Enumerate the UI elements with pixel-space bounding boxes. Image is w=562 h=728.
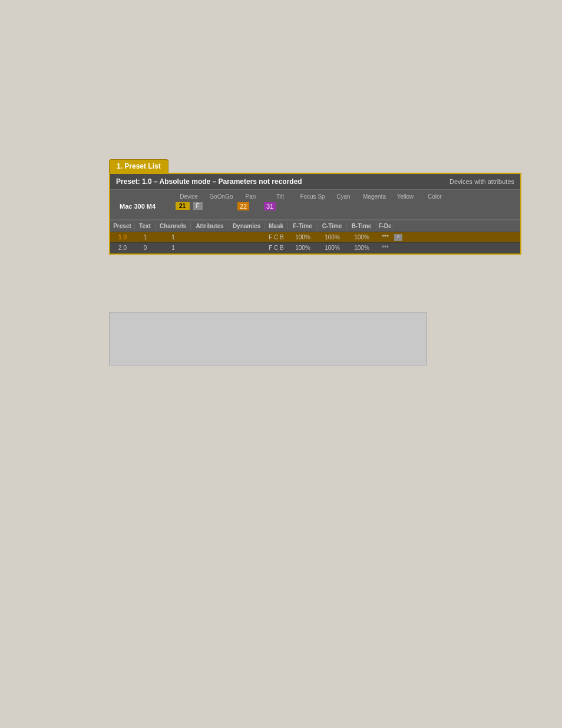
col-header-goongo: GoOnGo xyxy=(205,193,237,200)
td-btime-2: 100% xyxy=(347,244,376,252)
td-channels-1: 1 xyxy=(156,233,191,241)
td-dynamics-2 xyxy=(229,248,265,249)
col-header-pan: Pan xyxy=(237,193,264,200)
panel-header: Preset: 1.0 – Absolute mode – Parameters… xyxy=(110,174,520,190)
td-ctime-1: 100% xyxy=(318,233,347,241)
td-ftime-2: 100% xyxy=(288,244,318,252)
col-header-cyan: Cyan xyxy=(329,193,358,200)
td-ctime-2: 100% xyxy=(318,244,347,252)
panel-header-right: Devices with attributes xyxy=(449,178,514,185)
device-tilt-cell: 31 xyxy=(264,203,296,210)
pan-value: 22 xyxy=(237,202,249,210)
col-header-device: Device xyxy=(173,193,205,200)
th-preset: Preset xyxy=(110,222,135,230)
td-text-2: 0 xyxy=(135,244,156,252)
th-channels: Channels xyxy=(156,222,191,230)
th-text: Text xyxy=(135,222,156,230)
table-row[interactable]: 1.0 1 1 F C B 100% 100% 100% *** ^ xyxy=(110,232,520,243)
preset-panel: Preset: 1.0 – Absolute mode – Parameters… xyxy=(109,173,521,255)
th-ctime: C-Time xyxy=(318,222,347,230)
th-btime: B-Time xyxy=(347,222,376,230)
device-section: Device GoOnGo Pan Tilt Focus Sp Cyan Mag… xyxy=(110,190,520,220)
scroll-up-button[interactable]: ^ xyxy=(394,234,402,241)
tilt-value: 31 xyxy=(264,202,276,210)
th-attributes: Attributes xyxy=(191,222,229,230)
preset-table: Preset Text Channels Attributes Dynamics… xyxy=(110,220,520,253)
device-number-badge: 21 xyxy=(176,202,190,210)
td-fde-1: *** xyxy=(376,233,394,241)
th-ftime: F-Time xyxy=(288,222,318,230)
td-preset-2: 2.0 xyxy=(110,244,135,252)
col-header-yellow: Yellow xyxy=(391,193,420,200)
table-row[interactable]: 2.0 0 1 F C B 100% 100% 100% *** xyxy=(110,243,520,253)
td-mask-1: F C B xyxy=(265,233,288,241)
td-btime-1: 100% xyxy=(347,233,376,241)
col-header-color: Color xyxy=(420,193,449,200)
td-mask-2: F C B xyxy=(265,244,288,252)
device-f-badge: F xyxy=(193,202,203,210)
td-preset-1: 1.0 xyxy=(110,233,135,241)
preset-table-header: Preset Text Channels Attributes Dynamics… xyxy=(110,220,520,232)
gray-info-box xyxy=(109,312,427,365)
device-name: Mac 300 M4 xyxy=(120,203,156,210)
col-header-magenta: Magenta xyxy=(358,193,391,200)
device-pan-cell: 22 xyxy=(237,203,264,210)
device-row: Mac 300 M4 21 F 22 31 xyxy=(115,201,515,211)
td-attributes-2 xyxy=(191,248,229,249)
td-channels-2: 1 xyxy=(156,244,191,252)
td-attributes-1 xyxy=(191,237,229,238)
th-mask: Mask xyxy=(265,222,288,230)
th-dynamics: Dynamics xyxy=(229,222,265,230)
col-header-tilt: Tilt xyxy=(264,193,296,200)
td-dynamics-1 xyxy=(229,237,265,238)
th-fde: F-De xyxy=(376,222,394,230)
td-fde-2: *** xyxy=(376,244,394,252)
panel-title: Preset: 1.0 – Absolute mode – Parameters… xyxy=(116,177,302,186)
td-ftime-1: 100% xyxy=(288,233,318,241)
td-text-1: 1 xyxy=(135,233,156,241)
preset-list-tab[interactable]: 1. Preset List xyxy=(109,159,168,173)
col-header-focussp: Focus Sp xyxy=(296,193,329,200)
